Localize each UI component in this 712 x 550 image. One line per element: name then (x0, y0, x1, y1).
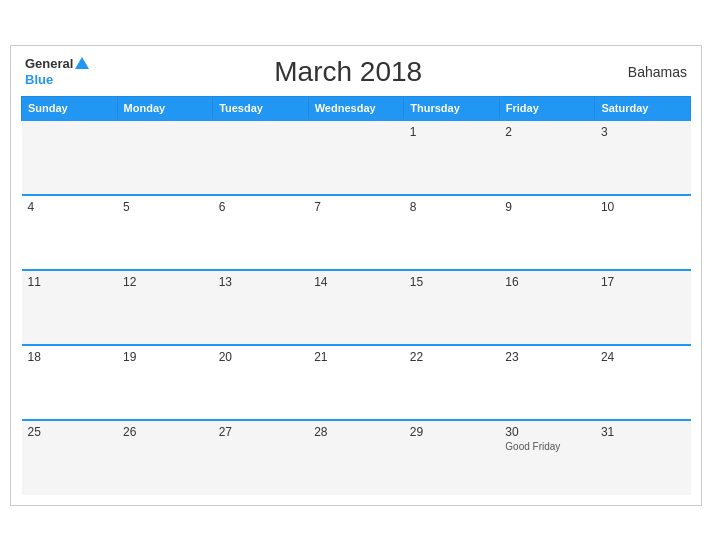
day-number: 20 (219, 350, 303, 364)
logo: General Blue (25, 56, 89, 87)
day-number: 30 (505, 425, 589, 439)
calendar-header: General Blue March 2018 Bahamas (21, 56, 691, 88)
calendar-day: 28 (308, 420, 404, 495)
calendar-day: 5 (117, 195, 213, 270)
calendar-day: 24 (595, 345, 691, 420)
day-number: 23 (505, 350, 589, 364)
day-number: 5 (123, 200, 207, 214)
calendar-day: 6 (213, 195, 309, 270)
day-number: 13 (219, 275, 303, 289)
day-number: 29 (410, 425, 494, 439)
calendar-day: 10 (595, 195, 691, 270)
calendar-day: 14 (308, 270, 404, 345)
day-number: 7 (314, 200, 398, 214)
calendar-day: 15 (404, 270, 500, 345)
calendar-day: 18 (22, 345, 118, 420)
header-tuesday: Tuesday (213, 96, 309, 120)
calendar-day: 2 (499, 120, 595, 195)
empty-cell (213, 120, 309, 195)
day-number: 28 (314, 425, 398, 439)
calendar-day: 12 (117, 270, 213, 345)
calendar-day: 25 (22, 420, 118, 495)
calendar-week-3: 11121314151617 (22, 270, 691, 345)
calendar-grid: Sunday Monday Tuesday Wednesday Thursday… (21, 96, 691, 495)
calendar-day: 8 (404, 195, 500, 270)
calendar-day: 27 (213, 420, 309, 495)
day-number: 14 (314, 275, 398, 289)
day-number: 12 (123, 275, 207, 289)
calendar-day: 26 (117, 420, 213, 495)
day-number: 22 (410, 350, 494, 364)
day-number: 8 (410, 200, 494, 214)
calendar-day: 11 (22, 270, 118, 345)
calendar-day: 9 (499, 195, 595, 270)
day-number: 9 (505, 200, 589, 214)
day-number: 25 (28, 425, 112, 439)
empty-cell (22, 120, 118, 195)
calendar-day: 4 (22, 195, 118, 270)
calendar-week-1: 123 (22, 120, 691, 195)
day-number: 26 (123, 425, 207, 439)
day-number: 4 (28, 200, 112, 214)
day-number: 10 (601, 200, 685, 214)
calendar-title: March 2018 (89, 56, 607, 88)
calendar-day: 1 (404, 120, 500, 195)
header-friday: Friday (499, 96, 595, 120)
day-number: 3 (601, 125, 685, 139)
empty-cell (308, 120, 404, 195)
calendar-day: 29 (404, 420, 500, 495)
logo-blue-text: Blue (25, 72, 89, 88)
header-sunday: Sunday (22, 96, 118, 120)
day-number: 1 (410, 125, 494, 139)
day-number: 6 (219, 200, 303, 214)
calendar-day: 17 (595, 270, 691, 345)
day-number: 16 (505, 275, 589, 289)
header-monday: Monday (117, 96, 213, 120)
header-wednesday: Wednesday (308, 96, 404, 120)
day-number: 21 (314, 350, 398, 364)
calendar-day: 30Good Friday (499, 420, 595, 495)
weekday-header-row: Sunday Monday Tuesday Wednesday Thursday… (22, 96, 691, 120)
calendar-container: General Blue March 2018 Bahamas Sunday M… (10, 45, 702, 506)
day-number: 2 (505, 125, 589, 139)
calendar-day: 3 (595, 120, 691, 195)
calendar-day: 21 (308, 345, 404, 420)
header-thursday: Thursday (404, 96, 500, 120)
day-number: 11 (28, 275, 112, 289)
calendar-week-4: 18192021222324 (22, 345, 691, 420)
logo-triangle-icon (75, 57, 89, 69)
logo-general-text: General (25, 56, 73, 72)
calendar-day: 22 (404, 345, 500, 420)
calendar-day: 16 (499, 270, 595, 345)
header-saturday: Saturday (595, 96, 691, 120)
calendar-day: 31 (595, 420, 691, 495)
calendar-country: Bahamas (607, 64, 687, 80)
calendar-day: 20 (213, 345, 309, 420)
day-number: 17 (601, 275, 685, 289)
day-number: 31 (601, 425, 685, 439)
calendar-day: 7 (308, 195, 404, 270)
day-number: 27 (219, 425, 303, 439)
calendar-day: 13 (213, 270, 309, 345)
calendar-week-2: 45678910 (22, 195, 691, 270)
day-number: 19 (123, 350, 207, 364)
day-number: 24 (601, 350, 685, 364)
day-number: 18 (28, 350, 112, 364)
calendar-day: 23 (499, 345, 595, 420)
holiday-label: Good Friday (505, 441, 589, 452)
calendar-week-5: 252627282930Good Friday31 (22, 420, 691, 495)
empty-cell (117, 120, 213, 195)
day-number: 15 (410, 275, 494, 289)
calendar-day: 19 (117, 345, 213, 420)
